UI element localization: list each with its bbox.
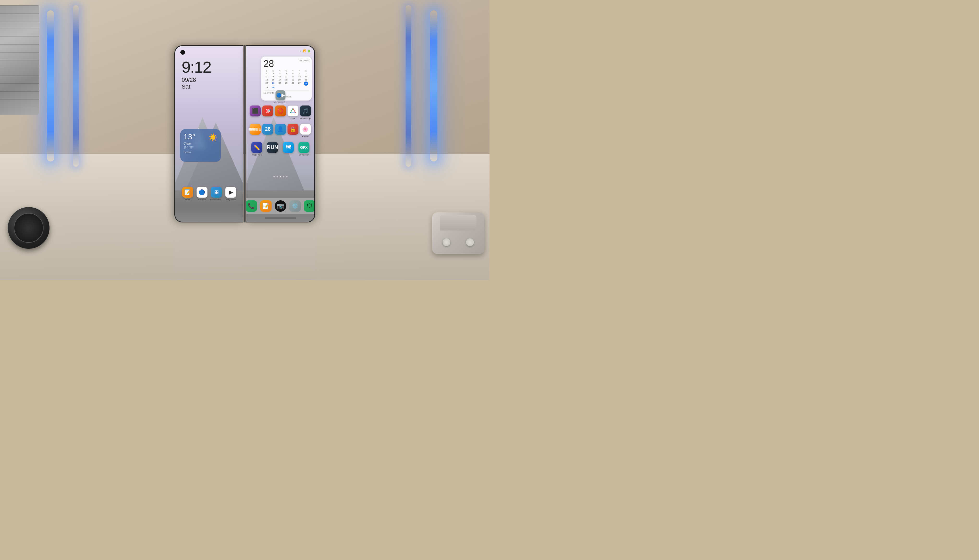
app-folder1[interactable]: ⊞⊞⊞⊞ [249, 124, 261, 138]
earbud-right [466, 238, 474, 246]
gfxbench-label: GFXBench [299, 154, 309, 156]
dock-notes[interactable]: 📝 [260, 200, 272, 212]
dot-3 [280, 176, 281, 177]
led-strip-right1 [430, 10, 438, 162]
dot-1 [274, 176, 275, 177]
phone-right-panel: ＋ 📶 🔋 28 Sep 2024 S M T W T F S 1 2 3 [246, 45, 315, 222]
app-microsoft[interactable]: ⊞ Microsoft S... [210, 187, 223, 201]
dock-phone[interactable]: 📞 [246, 200, 257, 212]
cal-day-26: 26 [290, 82, 296, 86]
led-strip-left1 [47, 10, 54, 162]
app-scarlet[interactable]: 🎯 [261, 105, 274, 120]
earbud-left [443, 238, 450, 246]
cal-header-w: W [283, 70, 289, 72]
app-row-2: ⊞⊞⊞⊞ 28 👤 🔒 🌸 Photos [249, 124, 312, 138]
cal-day-8: 8 [264, 75, 270, 78]
cal-day-5: 5 [290, 72, 296, 75]
app-musicforge[interactable]: 🎵 MusicForge [299, 105, 312, 120]
app-security[interactable]: 🔒 [287, 124, 299, 138]
cal-header-t1: T [277, 70, 283, 72]
left-panel-apps: 📝 Notes 🔵 Chrome ⊞ Microsoft S... ▶ Play… [180, 187, 238, 201]
chrome-pair-label: Chrome | P... [274, 101, 286, 103]
left-status-bar [180, 50, 238, 55]
front-camera [180, 50, 185, 55]
app-calendar[interactable]: 28 [261, 124, 274, 138]
cal-day-1: 1 [264, 72, 270, 75]
app-o[interactable]: ⭕ [274, 105, 286, 120]
cal-header-t2: T [290, 70, 296, 72]
clock-time: 9:12 [182, 59, 211, 75]
cal-header-s: S [264, 70, 270, 72]
cal-day-10: 10 [277, 75, 283, 78]
dot-2 [277, 176, 278, 177]
app-notes[interactable]: 📝 Notes [181, 187, 194, 201]
svg-marker-0 [291, 108, 296, 113]
cal-day-3: 3 [277, 72, 283, 75]
drive-label: Drive [291, 117, 295, 120]
cal-day-11: 11 [283, 75, 289, 78]
magic-pen-label: Magic Pen [252, 154, 262, 156]
app-dock: 🔍 📞 📝 📷 ⚙️ 🛡 64 [246, 198, 315, 214]
cal-day-20: 20 [296, 78, 302, 81]
app-run[interactable]: RUN [266, 142, 279, 156]
app-drive[interactable]: Drive [287, 105, 299, 120]
cal-day-14: 14 [303, 75, 309, 78]
clock-date: 09/28 [182, 77, 211, 83]
cal-day-25: 25 [283, 82, 289, 86]
weather-range: 15° / 5° [184, 146, 218, 149]
cal-day-27: 27 [296, 82, 302, 86]
app-tasker[interactable]: ⬛ [249, 105, 261, 120]
cal-day-29: 29 [264, 86, 270, 89]
contacts-icon: 👤 [275, 124, 286, 135]
svg-line-1 [291, 108, 293, 113]
cal-day-22: 22 [264, 82, 270, 86]
musicforge-icon: 🎵 [300, 105, 311, 117]
dock-camera[interactable]: 📷 [275, 200, 286, 212]
magic-pen-icon: ✏️ [251, 142, 262, 153]
app-chrome[interactable]: 🔵 Chrome [195, 187, 209, 201]
cal-day-28: 28 [304, 82, 308, 86]
chrome-pair-icon: 🔵▶ [276, 90, 286, 100]
app-row-1: ⬛ 🎯 ⭕ Drive 🎵 [249, 105, 312, 120]
weather-icon: ☀️ [209, 133, 218, 142]
dock-settings[interactable]: ⚙️ [289, 200, 301, 212]
clock-day: Sat [182, 83, 211, 90]
dock-manager[interactable]: 🛡 [304, 200, 316, 212]
cal-day-24: 24 [277, 82, 283, 86]
cal-header-f: F [296, 70, 302, 72]
cal-day-19: 19 [290, 78, 296, 81]
weather-widget[interactable]: 13° ☀️ Clear 15° / 5° Berlin [180, 129, 221, 162]
calendar-grid: S M T W T F S 1 2 3 4 5 6 7 8 9 10 11 [264, 70, 309, 89]
dot-5 [286, 176, 287, 177]
o-icon: ⭕ [275, 105, 286, 117]
chrome-icon: 🔵 [197, 187, 207, 198]
tasker-icon: ⬛ [250, 105, 261, 117]
home-bar [265, 217, 296, 218]
cal-day-13: 13 [296, 75, 302, 78]
weather-description: Clear [184, 142, 218, 145]
play-store-label: Play Store [226, 198, 236, 201]
cal-day-17: 17 [277, 78, 283, 81]
app-play-store[interactable]: ▶ Play Store [224, 187, 237, 201]
app-photos[interactable]: 🌸 Photos [299, 124, 312, 138]
scarlet-icon: 🎯 [262, 105, 273, 117]
app-contacts[interactable]: 👤 [274, 124, 286, 138]
folder1-icon: ⊞⊞⊞⊞ [250, 124, 261, 135]
cal-day-30: 30 [270, 86, 276, 89]
battery-icon: 🔋 [307, 50, 311, 52]
app-pair-chrome[interactable]: 🔵▶ Chrome | P... [274, 90, 287, 103]
stone-decoration [0, 5, 39, 115]
calendar-big-date: 28 [264, 59, 274, 68]
app-magic-pen[interactable]: ✏️ Magic Pen [250, 142, 263, 156]
cal-day-21: 21 [303, 78, 309, 81]
microsoft-icon: ⊞ [211, 187, 222, 198]
app-gfxbench[interactable]: GFX GFXBench [297, 142, 311, 156]
led-strip-right2 [406, 5, 411, 167]
app-maps[interactable]: 🗺 [282, 142, 295, 156]
cal-header-m: M [270, 70, 276, 72]
phone-left-panel: 9:12 09/28 Sat 13° ☀️ Clear 15° / 5° Ber… [174, 45, 244, 222]
security-icon: 🔒 [287, 124, 299, 135]
cal-day-empty2 [283, 86, 289, 89]
phone-reflection [174, 230, 315, 280]
fold-crease [244, 45, 246, 222]
